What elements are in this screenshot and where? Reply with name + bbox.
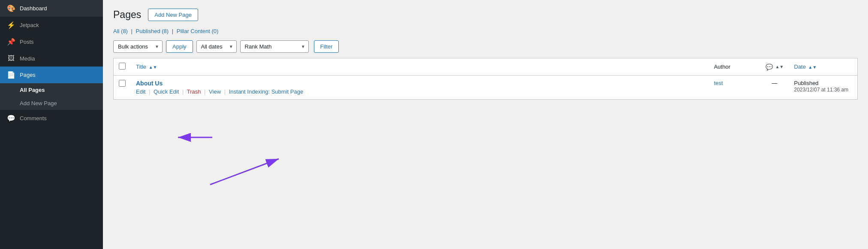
filter-button[interactable]: Filter bbox=[314, 40, 339, 53]
main-content: Pages Add New Page All (8) | Published (… bbox=[103, 0, 868, 249]
filter-all[interactable]: All (8) bbox=[113, 28, 128, 34]
comments-sort-icon: ▲▼ bbox=[775, 64, 784, 69]
dates-wrapper: All dates ▼ bbox=[196, 40, 237, 53]
all-pages-annotation-arrow bbox=[176, 131, 214, 144]
sidebar-item-comments[interactable]: 💬 Comments bbox=[0, 110, 103, 127]
col-header-title[interactable]: Title ▲▼ bbox=[131, 58, 709, 76]
view-link[interactable]: View bbox=[209, 88, 221, 95]
jetpack-icon: ⚡ bbox=[7, 21, 15, 29]
sidebar-item-jetpack[interactable]: ⚡ Jetpack bbox=[0, 17, 103, 33]
bulk-actions-wrapper: Bulk actions ▼ bbox=[113, 40, 163, 53]
filter-published[interactable]: Published (8) bbox=[136, 28, 169, 34]
posts-icon: 📌 bbox=[7, 38, 15, 46]
title-sort-icon: ▲▼ bbox=[149, 65, 157, 70]
row-checkbox[interactable] bbox=[119, 80, 126, 87]
select-all-checkbox[interactable] bbox=[119, 63, 126, 70]
sidebar-item-label: Media bbox=[20, 55, 35, 62]
apply-button[interactable]: Apply bbox=[166, 40, 193, 53]
page-title: Pages bbox=[113, 9, 141, 21]
col-header-comments: 💬 ▲▼ bbox=[760, 58, 789, 76]
sidebar-item-pages[interactable]: 📄 Pages bbox=[0, 67, 103, 83]
filter-pillar[interactable]: Pillar Content (0) bbox=[177, 28, 219, 34]
sidebar-item-label: Pages bbox=[20, 72, 36, 78]
all-pages-label: All Pages bbox=[20, 87, 45, 93]
add-new-page-label: Add New Page bbox=[20, 100, 57, 106]
col-header-date[interactable]: Date ▲▼ bbox=[789, 58, 858, 76]
col-header-checkbox bbox=[114, 58, 131, 76]
author-label: Author bbox=[714, 64, 730, 70]
quick-edit-link[interactable]: Quick Edit bbox=[154, 88, 179, 95]
sidebar: 🎨 Dashboard ⚡ Jetpack 📌 Posts 🖼 Media 📄 … bbox=[0, 0, 103, 249]
rank-math-select[interactable]: Rank Math bbox=[240, 40, 309, 53]
comment-bubble-icon: 💬 bbox=[766, 64, 773, 70]
trash-link[interactable]: Trash bbox=[187, 88, 201, 95]
date-sort-icon: ▲▼ bbox=[808, 65, 817, 70]
toolbar: Bulk actions ▼ Apply All dates ▼ Rank Ma… bbox=[113, 40, 858, 58]
pages-table: Title ▲▼ Author 💬 ▲▼ Date ▲▼ bbox=[113, 58, 858, 100]
dates-select[interactable]: All dates bbox=[196, 40, 237, 53]
quick-edit-annotation-arrow bbox=[206, 146, 317, 202]
sidebar-submenu-pages: All Pages Add New Page bbox=[0, 83, 103, 110]
comments-value: — bbox=[772, 80, 778, 86]
date-status: Published bbox=[794, 80, 819, 86]
comments-header-wrap: 💬 ▲▼ bbox=[766, 64, 784, 70]
sidebar-item-label: Comments bbox=[20, 115, 47, 121]
sep-4: | bbox=[224, 88, 226, 95]
media-icon: 🖼 bbox=[7, 55, 15, 62]
sep-3: | bbox=[204, 88, 205, 95]
instant-indexing-link[interactable]: Instant Indexing: Submit Page bbox=[229, 88, 303, 95]
sidebar-item-label: Jetpack bbox=[20, 22, 39, 28]
page-title-link[interactable]: About Us bbox=[136, 80, 163, 87]
comments-icon: 💬 bbox=[7, 114, 15, 122]
sep-1: | bbox=[149, 88, 150, 95]
sidebar-item-all-pages[interactable]: All Pages bbox=[0, 83, 103, 97]
edit-link[interactable]: Edit bbox=[136, 88, 145, 95]
author-link[interactable]: test bbox=[714, 80, 723, 86]
rank-math-wrapper: Rank Math ▼ bbox=[240, 40, 309, 53]
table-row: About Us Edit | Quick Edit | Trash | Vie… bbox=[114, 76, 858, 100]
sidebar-item-media[interactable]: 🖼 Media bbox=[0, 50, 103, 67]
date-value: 2023/12/07 at 11:36 am bbox=[794, 87, 849, 93]
row-checkbox-cell bbox=[114, 76, 131, 100]
row-author-cell: test bbox=[709, 76, 760, 100]
add-new-page-button[interactable]: Add New Page bbox=[148, 9, 198, 21]
sidebar-item-label: Posts bbox=[20, 39, 34, 45]
row-actions: Edit | Quick Edit | Trash | View | Insta… bbox=[136, 88, 704, 95]
row-title-cell: About Us Edit | Quick Edit | Trash | Vie… bbox=[131, 76, 709, 100]
table-header-row: Title ▲▼ Author 💬 ▲▼ Date ▲▼ bbox=[114, 58, 858, 76]
sidebar-item-posts[interactable]: 📌 Posts bbox=[0, 33, 103, 50]
svg-line-1 bbox=[210, 159, 279, 185]
pages-icon: 📄 bbox=[7, 71, 15, 79]
bulk-actions-select[interactable]: Bulk actions bbox=[113, 40, 163, 53]
sidebar-item-dashboard[interactable]: 🎨 Dashboard bbox=[0, 0, 103, 17]
separator-1: | bbox=[131, 28, 134, 34]
dashboard-icon: 🎨 bbox=[7, 4, 15, 12]
sep-2: | bbox=[182, 88, 184, 95]
row-comments-cell: — bbox=[760, 76, 789, 100]
date-sort-label: Date bbox=[794, 64, 806, 70]
sidebar-item-label: Dashboard bbox=[20, 5, 47, 12]
row-date-cell: Published 2023/12/07 at 11:36 am bbox=[789, 76, 858, 100]
filter-links: All (8) | Published (8) | Pillar Content… bbox=[113, 28, 858, 34]
sidebar-item-add-new-page[interactable]: Add New Page bbox=[0, 97, 103, 110]
col-header-author: Author bbox=[709, 58, 760, 76]
separator-2: | bbox=[172, 28, 175, 34]
title-sort-label: Title bbox=[136, 64, 146, 70]
page-header: Pages Add New Page bbox=[113, 9, 858, 21]
